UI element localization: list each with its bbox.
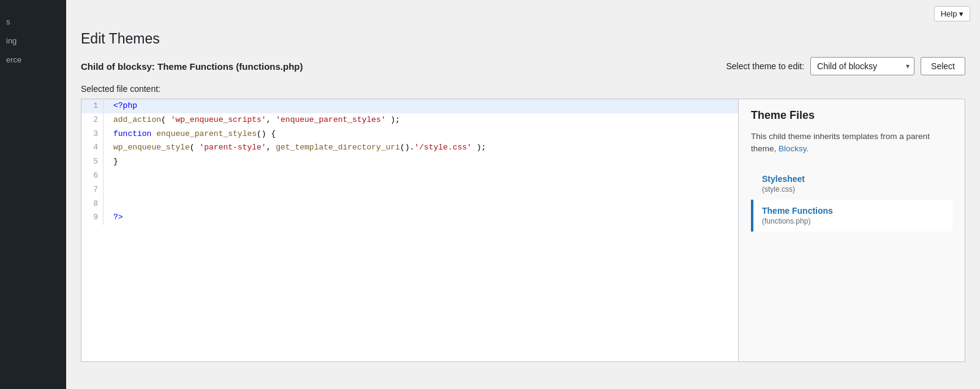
line-content-4: wp_enqueue_style( 'parent-style', get_te… bbox=[111, 141, 489, 155]
blocksy-link[interactable]: Blocksy bbox=[778, 144, 807, 153]
main-content: Help ▾ Edit Themes Child of blocksy: The… bbox=[66, 0, 980, 389]
select-button[interactable]: Select bbox=[921, 57, 965, 75]
line-content-3: function enqueue_parent_styles() { bbox=[111, 127, 278, 142]
selected-file-label: Selected file content: bbox=[81, 84, 965, 94]
page-subtitle: Child of blocksy: Theme Functions (funct… bbox=[81, 61, 303, 72]
code-line-7: 7 bbox=[81, 183, 738, 197]
line-content-5: } bbox=[111, 155, 121, 169]
line-content-8 bbox=[111, 197, 116, 198]
line-number-6: 6 bbox=[81, 169, 104, 183]
line-number-3: 3 bbox=[81, 127, 104, 142]
line-number-9: 9 bbox=[81, 211, 104, 225]
code-line-8: 8 bbox=[81, 197, 738, 211]
file-stylesheet-sub: (style.css) bbox=[762, 185, 944, 194]
line-number-2: 2 bbox=[81, 113, 104, 127]
theme-select-label: Select theme to edit: bbox=[726, 61, 804, 71]
theme-files-title: Theme Files bbox=[751, 109, 952, 122]
editor-layout: 1 <?php 2 add_action( 'wp_enqueue_script… bbox=[81, 99, 965, 362]
code-line-6: 6 bbox=[81, 169, 738, 183]
line-number-1: 1 bbox=[81, 99, 104, 113]
admin-sidebar: s ing erce bbox=[0, 0, 66, 389]
help-button[interactable]: Help ▾ bbox=[934, 6, 970, 21]
theme-select-area: Select theme to edit: Child of blocksy S… bbox=[726, 57, 965, 75]
line-content-6 bbox=[111, 169, 116, 170]
line-content-7 bbox=[111, 183, 116, 184]
file-item-functions[interactable]: Theme Functions (functions.php) bbox=[751, 200, 952, 232]
line-content-9: ?> bbox=[111, 211, 126, 225]
file-functions-name: Theme Functions bbox=[762, 206, 944, 216]
subtitle-bar: Child of blocksy: Theme Functions (funct… bbox=[81, 57, 965, 75]
sidebar-item-ing[interactable]: ing bbox=[0, 31, 66, 50]
code-line-4: 4 wp_enqueue_style( 'parent-style', get_… bbox=[81, 141, 738, 155]
line-number-5: 5 bbox=[81, 155, 104, 169]
line-number-4: 4 bbox=[81, 141, 104, 155]
theme-files-panel: Theme Files This child theme inherits te… bbox=[739, 99, 965, 362]
theme-dropdown-wrapper: Child of blocksy bbox=[810, 57, 914, 75]
line-content-2: add_action( 'wp_enqueue_scripts', 'enque… bbox=[111, 113, 402, 127]
line-content-1: <?php bbox=[111, 99, 140, 113]
line-number-8: 8 bbox=[81, 197, 104, 211]
file-functions-sub: (functions.php) bbox=[762, 217, 944, 225]
page-title: Edit Themes bbox=[81, 31, 965, 47]
file-item-stylesheet[interactable]: Stylesheet (style.css) bbox=[751, 168, 952, 200]
sidebar-item-erce[interactable]: erce bbox=[0, 50, 66, 69]
code-line-9: 9 ?> bbox=[81, 211, 738, 225]
code-line-1: 1 <?php bbox=[81, 99, 738, 113]
top-bar: Help ▾ bbox=[924, 0, 980, 28]
code-editor[interactable]: 1 <?php 2 add_action( 'wp_enqueue_script… bbox=[81, 99, 739, 362]
theme-dropdown[interactable]: Child of blocksy bbox=[810, 57, 914, 75]
file-stylesheet-name: Stylesheet bbox=[762, 174, 944, 184]
sidebar-item-s[interactable]: s bbox=[0, 12, 66, 31]
code-line-3: 3 function enqueue_parent_styles() { bbox=[81, 127, 738, 142]
code-line-2: 2 add_action( 'wp_enqueue_scripts', 'enq… bbox=[81, 113, 738, 127]
line-number-7: 7 bbox=[81, 183, 104, 197]
code-line-5: 5 } bbox=[81, 155, 738, 169]
theme-files-description: This child theme inherits templates from… bbox=[751, 130, 952, 156]
